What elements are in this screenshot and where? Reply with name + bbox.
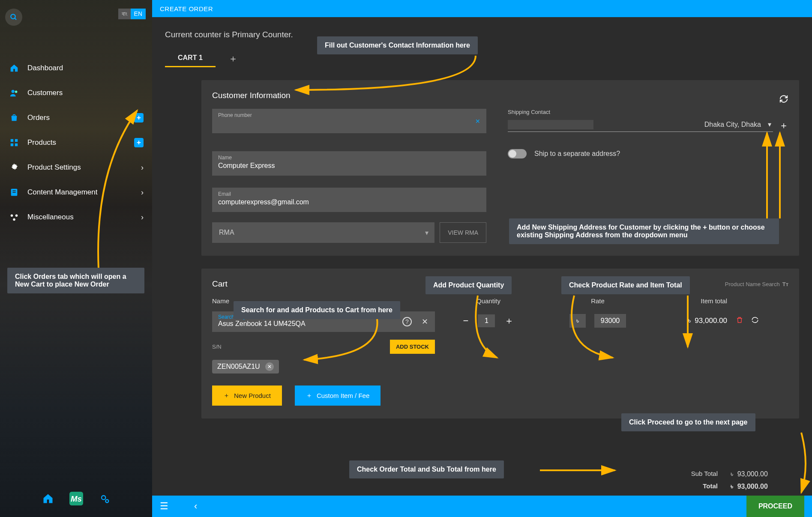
new-product-button[interactable]: ＋ New Product: [212, 386, 282, 406]
quantity-stepper: − 1 ＋: [443, 311, 533, 330]
ship-separate-toggle[interactable]: [508, 149, 527, 158]
chevron-right-icon: ›: [141, 163, 144, 172]
currency-symbol: ৳: [569, 314, 586, 328]
clear-icon[interactable]: ✕: [475, 118, 480, 125]
bag-icon: [9, 112, 20, 123]
cart-row: Search for product Asus Zenbook 14 UM425…: [212, 311, 788, 374]
misc-icon: [9, 212, 20, 223]
subtotal-value: ৳ 93,000.00: [731, 470, 799, 478]
nav-label: Dashboard: [27, 64, 63, 72]
svg-rect-5: [15, 139, 18, 142]
plus-icon: ＋: [306, 391, 312, 400]
nav-dashboard[interactable]: Dashboard: [0, 56, 152, 81]
col-rate: Rate: [542, 297, 653, 305]
select-placeholder: RMA: [219, 229, 234, 236]
field-value: computerexpress@gmail.com: [218, 198, 480, 207]
shipping-select[interactable]: Dhaka City, Dhaka ▾: [508, 117, 773, 132]
clear-icon[interactable]: ✕: [422, 317, 428, 326]
callout-shipping: Add New Shipping Address for Customer by…: [509, 218, 779, 244]
add-product-badge[interactable]: +: [134, 138, 144, 147]
field-value: Computer Express: [218, 162, 480, 170]
nav-customers[interactable]: Customers: [0, 81, 152, 105]
panel-title: Cart: [212, 279, 228, 289]
svg-point-13: [15, 215, 18, 217]
refresh-row-icon[interactable]: [751, 316, 759, 326]
qty-input[interactable]: 1: [478, 314, 495, 327]
decrement-button[interactable]: −: [463, 315, 469, 326]
home-button[interactable]: [40, 491, 56, 506]
toggle-label: Ship to a separate address?: [534, 150, 620, 158]
email-field[interactable]: Email computerexpress@gmail.com: [212, 188, 486, 212]
menu-icon[interactable]: ☰: [160, 501, 168, 512]
callout-qty: Add Product Quantity: [425, 276, 512, 294]
svg-point-14: [13, 218, 15, 221]
delete-row-icon[interactable]: [736, 316, 743, 326]
add-stock-button[interactable]: ADD STOCK: [390, 340, 435, 354]
rate-input[interactable]: 93000: [594, 314, 626, 328]
sn-label: S/N: [212, 344, 222, 350]
search-button[interactable]: [5, 9, 22, 26]
col-qty: Quantity: [443, 297, 533, 305]
increment-button[interactable]: ＋: [504, 314, 514, 327]
chevron-down-icon: ▾: [425, 229, 428, 237]
callout-proceed: Click Proceed to go to the next page: [621, 413, 755, 431]
back-icon[interactable]: ‹: [194, 501, 197, 512]
svg-text:Ms: Ms: [71, 494, 82, 503]
nav-miscellaneous[interactable]: Miscellaneous ›: [0, 205, 152, 230]
text-format-icon: Tт: [782, 281, 788, 287]
proceed-button[interactable]: PROCEED: [746, 496, 804, 517]
doc-icon: [9, 187, 20, 198]
nav-label: Miscellaneous: [27, 213, 74, 221]
svg-point-2: [12, 90, 15, 93]
svg-rect-4: [11, 139, 13, 142]
app-logo[interactable]: Ms: [69, 491, 84, 506]
callout-orders: Click Orders tab which will open a New C…: [7, 268, 144, 293]
rma-select[interactable]: RMA ▾: [212, 222, 434, 243]
help-icon[interactable]: ?: [402, 317, 412, 326]
nav-product-settings[interactable]: Product Settings ›: [0, 155, 152, 180]
svg-rect-7: [15, 143, 18, 146]
nav-content-management[interactable]: Content Management ›: [0, 180, 152, 205]
chevron-down-icon: ▾: [768, 120, 771, 129]
callout-rate: Check Product Rate and Item Total: [561, 276, 690, 294]
add-tab-button[interactable]: ＋: [228, 52, 238, 65]
chevron-right-icon: ›: [141, 188, 144, 197]
language-toggle[interactable]: বাং EN: [118, 9, 146, 19]
shipping-value: Dhaka City, Dhaka: [704, 121, 761, 129]
tab-cart1[interactable]: CART 1: [165, 50, 216, 67]
nav-label: Product Settings: [27, 163, 81, 172]
home-icon: [9, 63, 20, 74]
nav: Dashboard Customers Orders + Products +: [0, 56, 152, 230]
field-value: [218, 120, 480, 128]
view-rma-button[interactable]: VIEW RMA: [440, 222, 486, 243]
nav-label: Products: [27, 138, 56, 147]
svg-point-17: [102, 496, 105, 499]
sidebar: বাং EN Dashboard Customers Orders +: [0, 0, 152, 517]
panel-title: Customer Information: [212, 91, 291, 100]
nav-label: Orders: [27, 114, 50, 122]
callout-cart-search: Search for and add Products to Cart from…: [234, 301, 400, 319]
name-field[interactable]: Name Computer Express: [212, 151, 486, 176]
total-label: Total: [671, 482, 718, 490]
svg-point-12: [11, 215, 13, 217]
nav-label: Content Management: [27, 188, 98, 197]
add-order-badge[interactable]: +: [134, 113, 144, 123]
page-title: CREATE ORDER: [160, 5, 213, 12]
phone-field[interactable]: Phone number ✕: [212, 109, 486, 133]
svg-rect-6: [11, 143, 13, 146]
total-value: ৳ 93,000.00: [731, 482, 799, 490]
custom-item-button[interactable]: ＋ Custom Item / Fee: [295, 386, 381, 406]
users-icon: [9, 87, 20, 99]
field-label: Email: [218, 191, 480, 197]
nav-label: Customers: [27, 89, 63, 97]
nav-orders[interactable]: Orders +: [0, 105, 152, 130]
nav-products[interactable]: Products +: [0, 130, 152, 155]
refresh-button[interactable]: [779, 94, 788, 105]
lang-bn[interactable]: বাং: [118, 9, 131, 19]
lang-en[interactable]: EN: [131, 9, 146, 19]
add-shipping-button[interactable]: ＋: [779, 119, 788, 132]
remove-sn-icon[interactable]: ✕: [265, 362, 274, 371]
svg-line-1: [15, 18, 16, 20]
settings-button[interactable]: [97, 491, 112, 506]
search-mode-toggle[interactable]: Product Name Search Tт: [725, 281, 788, 287]
